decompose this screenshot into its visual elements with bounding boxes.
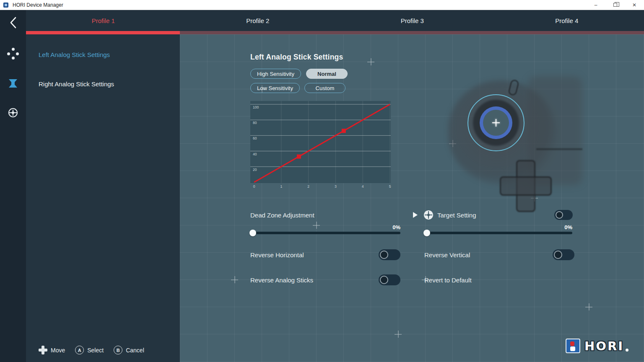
y-tick-label: 40 (253, 152, 257, 156)
registered-mark (626, 349, 628, 352)
gamepad-hint-bar: Move A Select B Cancel (39, 346, 144, 354)
profile-tab-bar: Profile 1 Profile 2 Profile 3 Profile 4 (26, 10, 644, 31)
buttons-icon (7, 48, 19, 59)
tab-label: Profile 4 (555, 17, 578, 24)
gyro-icon (8, 108, 18, 118)
target-setting-slider[interactable] (424, 232, 572, 234)
nav-right-analog-stick-settings[interactable]: Right Analog Stick Settings (39, 80, 114, 88)
analog-stick-graphic (480, 106, 512, 139)
b-button-icon: B (114, 346, 122, 354)
grid-plus-decoration (585, 303, 592, 310)
minimize-button[interactable]: – (586, 0, 605, 10)
dpad-icon (39, 346, 47, 354)
toggle-knob (556, 211, 563, 219)
toggle-knob (380, 251, 388, 259)
y-tick-label: 60 (253, 136, 257, 140)
icon-sidebar (0, 10, 26, 362)
hint-move: Move (39, 346, 65, 354)
reverse-analog-sticks-label: Reverse Analog Sticks (250, 277, 313, 284)
chevron-left-icon (9, 16, 17, 29)
x-tick-label: 5 (389, 184, 391, 189)
tab-label: Profile 2 (246, 17, 269, 24)
minimize-icon: – (595, 2, 597, 8)
y-tick-label: 100 (253, 105, 259, 109)
reverse-horizontal-toggle[interactable] (379, 249, 400, 260)
analog-stick-well-graphic (473, 100, 519, 146)
grid-plus-decoration (531, 194, 538, 202)
controller-body-graphic (448, 80, 557, 185)
target-setting-value: 0% (424, 224, 572, 230)
target-icon (424, 210, 433, 220)
sensitivity-button-3[interactable]: Custom (304, 83, 345, 93)
response-curve-chart: 20406080100 (250, 101, 391, 183)
app-icon (3, 3, 8, 8)
tab-profile-4[interactable]: Profile 4 (490, 10, 644, 31)
target-setting-slider-thumb[interactable] (423, 230, 430, 236)
hori-logo-text: HORI (584, 339, 624, 353)
toggle-knob (554, 251, 562, 259)
x-axis-labels: 012345 (250, 184, 391, 189)
tab-profile-3[interactable]: Profile 3 (335, 10, 490, 31)
settings-nav-panel: Left Analog Stick Settings Right Analog … (26, 34, 180, 362)
sensitivity-button-0[interactable]: High Sensitivity (250, 69, 301, 79)
a-button-icon: A (75, 346, 84, 354)
dead-zone-slider[interactable] (250, 232, 400, 234)
controller-button-graphic (508, 79, 520, 96)
hint-cancel: B Cancel (114, 346, 144, 354)
sensitivity-button-1[interactable]: Normal (306, 69, 348, 79)
window-title: HORI Device Manager (13, 2, 63, 8)
x-tick-label: 3 (335, 184, 337, 189)
curve-plot (250, 101, 391, 183)
x-tick-label: 2 (307, 184, 309, 189)
stick-crosshair-icon (492, 122, 500, 123)
hori-logo-icon (566, 339, 580, 353)
close-icon: ✕ (632, 2, 636, 8)
back-button[interactable] (0, 12, 26, 34)
y-tick-label: 20 (253, 168, 257, 172)
stick-crosshair-icon (496, 119, 496, 127)
dead-zone-value: 0% (250, 224, 400, 230)
maximize-button[interactable] (605, 0, 625, 10)
analog-stick-icon (8, 79, 18, 88)
sidebar-item-gyro[interactable] (0, 107, 26, 119)
y-tick-label: 80 (253, 121, 257, 125)
grid-plus-decoration (449, 140, 456, 147)
hint-label: Cancel (126, 347, 144, 354)
target-setting-label: Target Setting (437, 212, 476, 219)
reverse-vertical-label: Reverse Vertical (424, 251, 470, 259)
target-setting-toggle[interactable] (554, 210, 573, 220)
tab-underline (26, 31, 644, 34)
nav-left-analog-stick-settings[interactable]: Left Analog Stick Settings (39, 51, 110, 58)
hori-branding: HORI (566, 339, 628, 353)
hint-select: A Select (75, 346, 104, 354)
dpad-graphic (500, 176, 552, 196)
x-tick-label: 0 (253, 184, 255, 189)
hint-label: Select (87, 347, 104, 354)
dpad-graphic (516, 160, 535, 212)
sensitivity-button-2[interactable]: Low Sensitivity (250, 83, 300, 93)
revert-to-default-button[interactable]: Revert to Default (424, 277, 472, 284)
restore-icon (613, 3, 617, 7)
x-tick-label: 4 (362, 184, 364, 189)
controller-mid-graphic (528, 76, 582, 185)
tab-profile-2[interactable]: Profile 2 (181, 10, 335, 31)
target-setting-expander[interactable] (413, 212, 418, 218)
sidebar-item-analog-stick[interactable] (0, 78, 26, 89)
hint-label: Move (51, 347, 65, 354)
grid-plus-decoration (231, 276, 238, 283)
main-content: Left Analog Stick Settings High Sensitiv… (180, 34, 644, 362)
toggle-knob (380, 276, 388, 284)
tab-label: Profile 3 (401, 17, 424, 24)
reverse-vertical-toggle[interactable] (553, 249, 574, 260)
controller-seam-graphic (536, 148, 582, 150)
app-window: HORI Device Manager – ✕ Profile 1 Profil… (0, 0, 644, 362)
grid-plus-decoration (395, 331, 402, 338)
tab-profile-1[interactable]: Profile 1 (26, 10, 181, 31)
sidebar-item-buttons[interactable] (0, 48, 26, 59)
active-tab-indicator (26, 31, 180, 34)
grid-plus-decoration (367, 58, 374, 65)
close-button[interactable]: ✕ (625, 0, 644, 10)
reverse-analog-sticks-toggle[interactable] (379, 274, 400, 285)
dead-zone-slider-thumb[interactable] (249, 230, 256, 236)
stick-highlight-ring (467, 94, 525, 151)
